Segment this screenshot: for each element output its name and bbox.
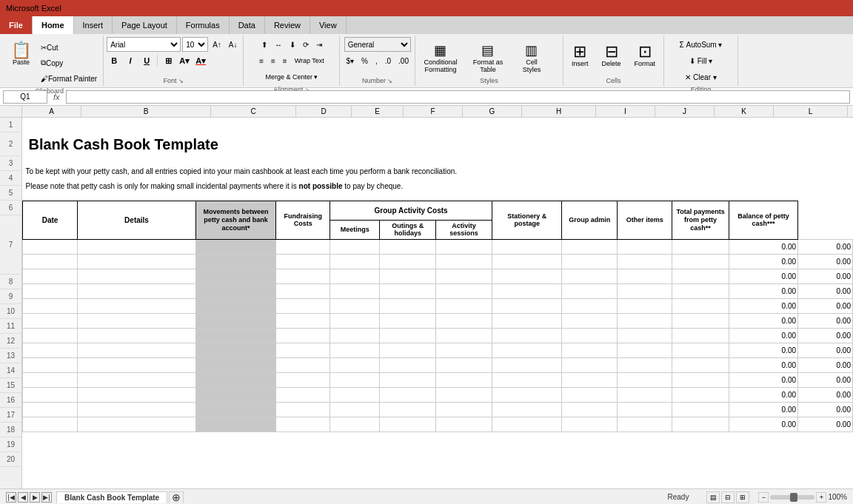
cell-l19[interactable]: 0.00 [729,403,797,417]
align-left-button[interactable]: ≡ [256,53,267,68]
row-num-20[interactable]: 20 [0,452,21,467]
cell-m10[interactable]: 0.00 [798,269,853,284]
cell-e11[interactable] [330,284,380,299]
cell-c13[interactable] [195,314,275,329]
cell-f18[interactable] [380,388,436,403]
cell-m18[interactable]: 0.00 [798,388,853,403]
cell-b10[interactable] [78,269,196,284]
cell-f11[interactable] [380,284,436,299]
autosum-button[interactable]: Σ AutoSum ▾ [677,37,726,52]
cell-i12[interactable] [562,299,618,314]
cell-a11[interactable] [23,284,78,299]
cell-d19[interactable] [276,403,330,417]
cell-c18[interactable] [195,388,275,403]
cell-a18[interactable] [23,388,78,403]
cell-j12[interactable] [618,299,672,314]
cell-k18[interactable] [672,388,729,403]
increase-decimal-button[interactable]: .00 [395,53,412,68]
row-num-17[interactable]: 17 [0,408,21,423]
zoom-slider[interactable] [770,495,814,500]
cell-h18[interactable] [492,388,562,403]
cell-k13[interactable] [672,314,729,329]
col-header-e[interactable]: E [352,106,404,117]
cell-m16[interactable]: 0.00 [798,358,853,373]
cell-i8[interactable] [562,240,618,255]
cell-k8[interactable] [672,240,729,255]
page-layout-view-button[interactable]: ⊟ [721,491,735,503]
cell-a12[interactable] [23,299,78,314]
cell-e13[interactable] [330,314,380,329]
cell-g9[interactable] [436,255,492,269]
cell-k10[interactable] [672,269,729,284]
cell-e18[interactable] [330,388,380,403]
cell-a9[interactable] [23,255,78,269]
cell-i10[interactable] [562,269,618,284]
cell-m17[interactable]: 0.00 [798,373,853,388]
row-num-16[interactable]: 16 [0,393,21,408]
cell-l8[interactable]: 0.00 [729,240,797,255]
cell-h16[interactable] [492,358,562,373]
cell-d20[interactable] [276,417,330,432]
tab-file[interactable]: File [0,16,33,34]
col-header-f[interactable]: F [404,106,463,117]
format-button[interactable]: ⊡ Format [629,40,661,71]
cell-b16[interactable] [78,358,196,373]
cell-g10[interactable] [436,269,492,284]
cell-h12[interactable] [492,299,562,314]
indent-button[interactable]: ⇥ [313,37,325,52]
cell-c19[interactable] [195,403,275,417]
merge-center-button[interactable]: Merge & Center ▾ [262,70,321,84]
cell-h15[interactable] [492,343,562,358]
cell-e16[interactable] [330,358,380,373]
borders-button[interactable]: ⊞ [161,53,175,68]
cell-f19[interactable] [380,403,436,417]
font-name-select[interactable]: Arial [107,37,181,52]
tab-data[interactable]: Data [230,16,265,34]
next-sheet-button[interactable]: ▶ [30,492,40,503]
cell-g8[interactable] [436,240,492,255]
cell-e15[interactable] [330,343,380,358]
cell-i9[interactable] [562,255,618,269]
font-color-button[interactable]: A▾ [193,53,208,68]
row-num-2[interactable]: 2 [0,132,21,156]
cell-l20[interactable]: 0.00 [729,417,797,432]
row-num-11[interactable]: 11 [0,319,21,334]
cell-f17[interactable] [380,373,436,388]
cell-h13[interactable] [492,314,562,329]
cell-f12[interactable] [380,299,436,314]
tab-page-layout[interactable]: Page Layout [113,16,177,34]
cell-m15[interactable]: 0.00 [798,343,853,358]
cell-b12[interactable] [78,299,196,314]
zoom-out-button[interactable]: − [758,492,769,503]
cell-k9[interactable] [672,255,729,269]
spreadsheet-title[interactable]: Blank Cash Book Template [23,132,853,156]
cell-b18[interactable] [78,388,196,403]
cell-j13[interactable] [618,314,672,329]
cell-g12[interactable] [436,299,492,314]
cell-m12[interactable]: 0.00 [798,299,853,314]
text-direction-button[interactable]: ⟳ [300,37,312,52]
currency-button[interactable]: $▾ [343,53,357,68]
cell-m19[interactable]: 0.00 [798,403,853,417]
cell-e20[interactable] [330,417,380,432]
tab-view[interactable]: View [310,16,347,34]
copy-button[interactable]: ⧉ Copy [38,56,100,70]
cell-f14[interactable] [380,329,436,343]
delete-button[interactable]: ⊟ Delete [597,40,626,71]
cell-g19[interactable] [436,403,492,417]
cell-k17[interactable] [672,373,729,388]
cell-j17[interactable] [618,373,672,388]
cell-j10[interactable] [618,269,672,284]
cell-l9[interactable]: 0.00 [729,255,797,269]
cell-i15[interactable] [562,343,618,358]
cell-a17[interactable] [23,373,78,388]
wrap-text-button[interactable]: Wrap Text [292,53,327,68]
cell-d8[interactable] [276,240,330,255]
col-header-g[interactable]: G [463,106,522,117]
align-center-button[interactable]: ≡ [268,53,278,68]
cell-c15[interactable] [195,343,275,358]
insert-button[interactable]: ⊞ Insert [566,40,594,71]
align-bottom-button[interactable]: ⬇ [287,37,298,52]
cell-j8[interactable] [618,240,672,255]
align-top-button[interactable]: ⬆ [258,37,270,52]
